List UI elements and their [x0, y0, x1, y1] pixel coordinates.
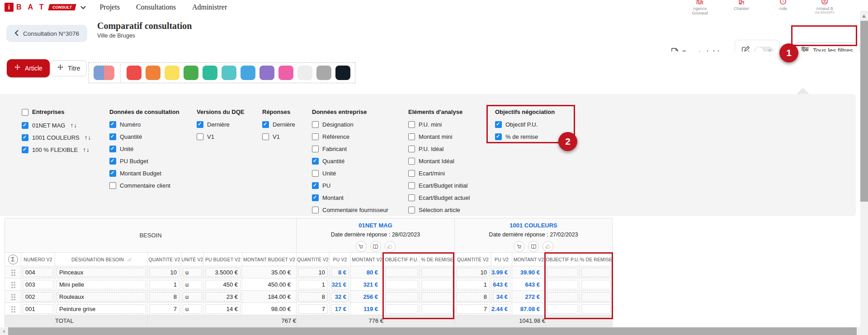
color-swatch[interactable]	[259, 66, 274, 80]
color-swatch[interactable]	[241, 66, 255, 80]
s2-remise-cell[interactable]	[581, 292, 611, 302]
filter-checkbox-item[interactable]: Dernière	[262, 120, 295, 128]
s1-remise-cell[interactable]	[421, 268, 453, 277]
col-header-s1-quantite[interactable]: QUANTITÉ V2	[297, 253, 330, 266]
color-swatch[interactable]	[146, 66, 160, 80]
filter-checkbox-item[interactable]: Unité	[109, 145, 179, 153]
pu-budget-cell[interactable]: 450 €	[205, 280, 241, 289]
filter-checkbox-item[interactable]: Montant Budget	[109, 169, 179, 177]
quick-link-aide[interactable]: ? Aide	[769, 0, 797, 15]
s2-objectif-pu-cell[interactable]	[547, 280, 578, 289]
quick-link-chantier[interactable]: Chantier	[727, 0, 755, 15]
col-header-s2-quantite[interactable]: QUANTITÉ V2	[455, 253, 491, 266]
s1-quantite-cell[interactable]: 8	[298, 292, 328, 302]
vertical-scrollbar-thumb[interactable]	[860, 21, 868, 202]
filter-checkbox-item[interactable]: Montant mini	[408, 132, 470, 141]
s1-objectif-pu-cell[interactable]	[385, 268, 418, 277]
filter-checkbox-item[interactable]: V1	[262, 132, 295, 141]
unite-cell[interactable]: u	[183, 292, 202, 302]
numero-cell[interactable]: 003	[23, 280, 53, 289]
chevron-down-icon[interactable]	[80, 3, 86, 11]
s1-objectif-pu-cell[interactable]	[385, 292, 418, 302]
s2-pu-cell[interactable]: 643 €	[493, 280, 510, 289]
cart-icon[interactable]	[514, 241, 524, 252]
unite-cell[interactable]: u	[183, 280, 202, 289]
supplier-name[interactable]: 1001 COULEURS	[455, 222, 612, 229]
col-header-montant-budget[interactable]: MONTANT BUDGET V2	[242, 253, 297, 266]
quick-link-user-menu[interactable]: Arnaud B Via BAUDRY	[811, 0, 839, 15]
s2-quantite-cell[interactable]: 1	[456, 280, 490, 289]
filter-checkbox-item[interactable]: % de remise	[495, 132, 555, 141]
designation-cell[interactable]: Rouleaux	[57, 292, 146, 302]
filter-checkbox-item[interactable]: Ecart/mini	[408, 169, 470, 177]
s1-remise-cell[interactable]	[421, 292, 453, 302]
unite-cell[interactable]: u	[183, 268, 202, 277]
filter-checkbox-item[interactable]: Objectif P.U.	[495, 120, 555, 128]
filter-checkbox-item[interactable]: P.U. mini	[408, 120, 470, 128]
cart-icon[interactable]	[356, 241, 367, 252]
col-header-s2-montant[interactable]: MONTANT V2	[512, 253, 546, 266]
s1-quantite-cell[interactable]: 7	[298, 304, 328, 314]
filter-checkbox-item[interactable]: V1	[197, 132, 244, 141]
filter-checkbox-item[interactable]: Quantité	[312, 157, 388, 165]
s2-objectif-pu-cell[interactable]	[547, 292, 578, 302]
color-swatch[interactable]	[184, 66, 198, 80]
filter-checkbox-item[interactable]: 100 % FLEXIBLE↑↓	[22, 146, 91, 154]
s2-objectif-pu-cell[interactable]	[547, 304, 578, 314]
col-header-unite[interactable]: UNITÉ V2	[181, 253, 204, 266]
s1-quantite-cell[interactable]: 1	[298, 280, 328, 289]
s1-pu-cell[interactable]: 321 €	[331, 280, 349, 289]
col-header-s1-montant[interactable]: MONTANT V2	[351, 253, 384, 266]
titre-drag-button[interactable]: Titre	[50, 60, 87, 76]
s1-pu-cell[interactable]: 17 €	[331, 304, 349, 314]
s2-quantite-cell[interactable]: 7	[456, 304, 490, 314]
checkbox-entreprises[interactable]	[22, 109, 28, 116]
filter-checkbox-item[interactable]: PU Budget	[109, 157, 179, 165]
article-drag-button[interactable]: Article	[7, 59, 50, 77]
filter-checkbox-item[interactable]: Montant Idéal	[408, 157, 470, 165]
col-header-s1-pu[interactable]: PU V2	[330, 253, 351, 266]
pu-budget-cell[interactable]: 14 €	[205, 304, 241, 314]
filter-checkbox-item[interactable]: Montant	[312, 193, 388, 202]
filter-checkbox-item[interactable]: 1001 COULEURS↑↓	[22, 133, 91, 142]
col-header-s2-remise[interactable]: % DE REMISE	[580, 253, 613, 266]
filter-checkbox-item[interactable]: Fabricant	[312, 145, 388, 153]
color-swatch[interactable]	[165, 66, 179, 80]
scroll-up-arrow-icon[interactable]	[862, 14, 866, 18]
s2-objectif-pu-cell[interactable]	[547, 268, 578, 277]
filter-checkbox-item[interactable]: Unité	[312, 169, 388, 177]
supplier-name[interactable]: 01NET MAG	[297, 222, 454, 229]
filter-checkbox-item[interactable]: Ecart/Budget initial	[408, 181, 470, 189]
designation-cell[interactable]: Peinture grise	[57, 304, 146, 314]
col-header-s1-remise[interactable]: % DE REMISE	[420, 253, 455, 266]
numero-cell[interactable]: 001	[23, 304, 53, 314]
color-swatch[interactable]	[203, 66, 217, 80]
scroll-left-arrow-icon[interactable]	[2, 330, 5, 333]
filter-checkbox-item[interactable]: Référence	[312, 132, 388, 141]
col-header-numero[interactable]: NUMÉRO V2	[21, 253, 55, 266]
filter-checkbox-item[interactable]: PU	[312, 181, 388, 189]
quantite-cell[interactable]: 10	[149, 268, 179, 277]
open-book-icon[interactable]	[528, 241, 539, 252]
color-swatch[interactable]	[335, 66, 350, 80]
s1-remise-cell[interactable]	[421, 304, 453, 314]
designation-cell[interactable]: Mini pelle	[57, 280, 146, 289]
unite-cell[interactable]: u	[183, 304, 202, 314]
col-header-s1-objectif[interactable]: OBJECTIF P.U.	[384, 253, 420, 266]
filter-checkbox-item[interactable]: Désignation	[312, 120, 388, 128]
color-swatch[interactable]	[222, 66, 236, 80]
col-header-pu-budget[interactable]: PU BUDGET V2	[204, 253, 242, 266]
horizontal-scrollbar-thumb[interactable]	[8, 327, 857, 335]
filter-checkbox-item[interactable]: Commentaire fournisseur	[312, 206, 388, 214]
nav-consultations[interactable]: Consultations	[136, 3, 176, 11]
s2-pu-cell[interactable]: 3.99 €	[493, 268, 510, 277]
s2-quantite-cell[interactable]: 8	[456, 292, 490, 302]
filter-checkbox-item[interactable]: Dernière	[197, 120, 244, 128]
thumbs-up-icon[interactable]	[542, 241, 553, 252]
s2-quantite-cell[interactable]: 10	[456, 268, 490, 277]
designation-cell[interactable]: Pinceaux	[57, 268, 146, 277]
quantite-cell[interactable]: 7	[149, 304, 179, 314]
row-drag-handle[interactable]	[10, 281, 15, 288]
filter-checkbox-item[interactable]: Ecart/Budget actuel	[408, 193, 470, 202]
pu-budget-cell[interactable]: 23 €	[205, 292, 241, 302]
